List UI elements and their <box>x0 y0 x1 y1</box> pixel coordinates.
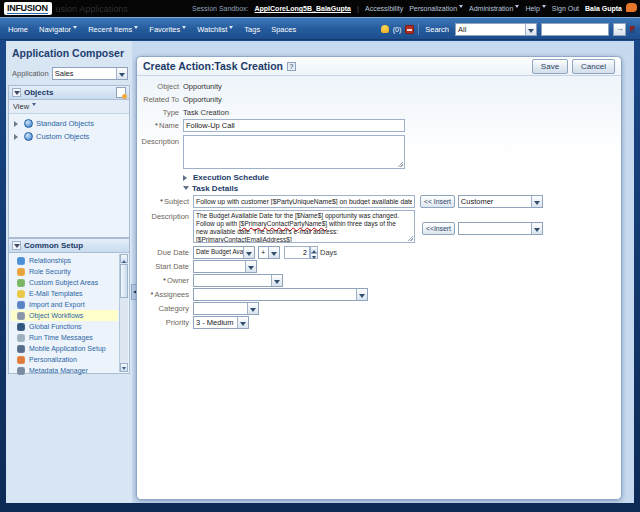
nav-navigator[interactable]: Navigator <box>39 25 77 34</box>
sidebar-item-email-templates[interactable]: E-Mail Templates <box>11 288 118 299</box>
sidebar-item-object-workflows[interactable]: Object Workflows <box>11 310 118 321</box>
subject-field-select[interactable]: Customer <box>458 195 543 208</box>
expand-down-icon[interactable] <box>183 186 189 193</box>
pencil-icon <box>17 356 25 364</box>
cancel-button[interactable]: Cancel <box>572 59 615 74</box>
object-value: Opportunity <box>183 80 222 91</box>
view-menu-button[interactable]: View <box>13 102 36 111</box>
nav-recent-items[interactable]: Recent Items <box>88 25 138 34</box>
application-select[interactable]: Sales <box>52 67 128 80</box>
help-icon[interactable]: ? <box>287 62 296 71</box>
resize-grip-icon[interactable] <box>407 235 413 241</box>
task-details-toggle[interactable]: Task Details <box>183 184 621 193</box>
owner-select[interactable] <box>193 274 283 287</box>
nav-watchlist[interactable]: Watchlist <box>197 25 233 34</box>
start-date-select[interactable] <box>193 260 257 273</box>
expand-right-icon[interactable] <box>183 175 190 181</box>
session-sandbox-link[interactable]: ApplCoreLong5B_BalaGupta <box>255 5 351 12</box>
search-input[interactable] <box>541 23 609 36</box>
mobile-icon <box>17 345 25 353</box>
chevron-down-icon[interactable] <box>116 68 127 79</box>
related-to-field-row: Related To Opportunity <box>137 93 621 104</box>
sidebar-item-run-time-messages[interactable]: Run Time Messages <box>11 332 118 343</box>
chevron-down-icon[interactable] <box>237 317 248 328</box>
field-token: [$PrimaryContactEmailAddress$] <box>196 236 292 242</box>
chevron-down-icon[interactable] <box>271 275 282 286</box>
search-go-button[interactable]: → <box>613 23 626 36</box>
sidebar-item-personalization[interactable]: Personalization <box>11 354 118 365</box>
sidebar-item-global-functions[interactable]: Global Functions <box>11 321 118 332</box>
expand-arrow-icon[interactable] <box>14 134 21 140</box>
create-action-panel: Create Action:Task Creation ? Save Cance… <box>136 56 622 500</box>
personalization-menu[interactable]: Personalization <box>409 5 463 12</box>
tree-item-custom-objects[interactable]: Custom Objects <box>11 130 127 143</box>
advanced-search-icon[interactable] <box>630 26 635 33</box>
objects-panel: Objects View Standard Objects Custom Obj… <box>8 85 130 238</box>
resize-grip-icon[interactable] <box>397 161 403 167</box>
required-marker: * <box>160 197 163 206</box>
sidebar-item-custom-subject-areas[interactable]: Custom Subject Areas <box>11 277 118 288</box>
chevron-down-icon[interactable] <box>531 223 542 234</box>
due-days-spinner[interactable] <box>284 246 318 259</box>
required-marker: * <box>155 121 158 130</box>
sidebar-item-metadata-manager[interactable]: Metadata Manager <box>11 365 118 376</box>
category-row: Category <box>137 302 621 315</box>
create-object-icon[interactable] <box>116 87 126 98</box>
category-select[interactable] <box>193 302 259 315</box>
nav-tags[interactable]: Tags <box>244 25 260 34</box>
chevron-down-icon[interactable] <box>245 261 256 272</box>
due-days-input[interactable] <box>284 246 310 259</box>
scroll-down-icon[interactable] <box>120 363 128 372</box>
expand-arrow-icon[interactable] <box>14 121 21 127</box>
collapse-common-setup-icon[interactable] <box>12 241 21 250</box>
search-scope-select[interactable]: All <box>455 23 537 36</box>
document-icon <box>17 334 25 342</box>
sidebar-item-relationships[interactable]: Relationships <box>11 255 118 266</box>
sidebar-scrollbar[interactable] <box>119 254 128 372</box>
sidebar-item-import-export[interactable]: Import and Export <box>11 299 118 310</box>
description-insert-button[interactable]: <<Insert <box>422 222 455 235</box>
chat-icon[interactable] <box>626 3 637 12</box>
gear-icon <box>17 367 25 375</box>
description-field-row: Description <box>137 135 621 169</box>
sidebar-item-role-security[interactable]: Role Security <box>11 266 118 277</box>
administration-menu[interactable]: Administration <box>469 5 519 12</box>
import-export-icon <box>17 301 25 309</box>
name-input[interactable] <box>183 119 405 132</box>
help-menu[interactable]: Help <box>525 5 545 12</box>
nav-home[interactable]: Home <box>8 25 28 34</box>
sidebar-item-mobile-application-setup[interactable]: Mobile Application Setup <box>11 343 118 354</box>
spin-down-icon[interactable] <box>310 253 318 260</box>
description-field-select[interactable] <box>458 222 543 235</box>
notifications-bell-icon[interactable] <box>381 25 389 33</box>
common-setup-title: Common Setup <box>24 241 126 250</box>
chevron-down-icon[interactable] <box>247 303 258 314</box>
priority-row: Priority 3 - Medium <box>137 316 621 329</box>
chevron-down-icon[interactable] <box>268 247 279 258</box>
description-textarea[interactable] <box>183 135 405 169</box>
sign-out-link[interactable]: Sign Out <box>552 5 579 12</box>
assignees-select[interactable] <box>193 288 368 301</box>
subject-input[interactable] <box>193 195 415 208</box>
chevron-down-icon[interactable] <box>243 247 254 258</box>
calendar-icon[interactable] <box>405 25 414 34</box>
execution-schedule-toggle[interactable]: Execution Schedule <box>183 173 621 182</box>
tree-item-standard-objects[interactable]: Standard Objects <box>11 117 127 130</box>
nav-spaces[interactable]: Spaces <box>271 25 296 34</box>
type-value: Task Creation <box>183 106 229 117</box>
chevron-down-icon[interactable] <box>525 24 536 35</box>
priority-select[interactable]: 3 - Medium <box>193 316 249 329</box>
accessibility-link[interactable]: Accessibility <box>365 5 403 12</box>
nav-favorites[interactable]: Favorites <box>149 25 186 34</box>
chevron-down-icon[interactable] <box>356 289 367 300</box>
chevron-down-icon[interactable] <box>531 196 542 207</box>
due-date-select[interactable]: Date Budget Available <box>193 246 255 259</box>
task-description-textarea[interactable]: The Budget Available Date for the [$Name… <box>193 210 415 243</box>
scroll-up-icon[interactable] <box>120 254 128 263</box>
scrollbar-thumb[interactable] <box>120 264 128 298</box>
subject-insert-button[interactable]: << Insert <box>420 195 455 208</box>
field-token: [$PrimaryContactPartyName$] <box>239 220 327 227</box>
due-operator-select[interactable]: + <box>258 246 280 259</box>
collapse-objects-icon[interactable] <box>12 88 21 97</box>
save-button[interactable]: Save <box>532 59 568 74</box>
